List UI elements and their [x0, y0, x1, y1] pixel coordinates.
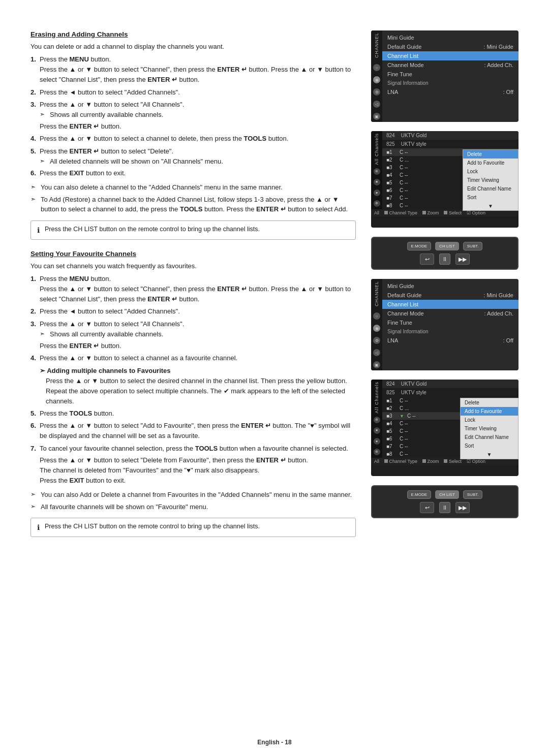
tv-channel-panel-1: Channel ○ ◉ ⚙ ◁ ▣ Mini Guide Default Gui… — [371, 30, 518, 122]
step-4: 4. Press the ▲ or ▼ button to select a c… — [30, 134, 356, 144]
ctx-delete: Delete — [463, 150, 518, 159]
s2-step-5-num: 5. — [30, 408, 36, 419]
ctx2-lock: Lock — [461, 416, 518, 424]
allch-icon2-2: ★ — [374, 427, 380, 434]
channel-label-1: Channel — [374, 33, 379, 58]
s2-step-4: 4. Press the ▲ or ▼ button to select a c… — [30, 353, 356, 406]
ctx-timerviewing: Timer Viewing — [463, 176, 518, 184]
remote-nav-row-1: ↩ II ▶▶ — [420, 254, 470, 265]
remote-subt-btn-1[interactable]: SUBT. — [463, 242, 483, 250]
tv-content-2: Mini Guide Default Guide : Mini Guide Ch… — [382, 279, 518, 370]
sidebar-icon2-2: ◉ — [373, 325, 380, 332]
remote-pause-btn-2[interactable]: II — [439, 502, 450, 513]
sidebar-icon-circle-3: ⚙ — [373, 88, 380, 96]
remote-subt-btn-2[interactable]: SUBT. — [463, 490, 483, 499]
allch-label-1: All Channels — [374, 133, 379, 165]
allch-icon-4: ⊕ — [374, 200, 380, 207]
section2: Setting Your Favourite Channels You can … — [30, 250, 356, 537]
ctx-editname: Edit Channel Name — [463, 184, 518, 193]
ctx2-more: ▼ — [461, 450, 518, 459]
s2-note-1: You can also Add or Delete a channel fro… — [30, 490, 356, 500]
s2-step-3-num: 3. — [30, 319, 36, 329]
fine-tune-row-1: Fine Tune — [382, 70, 518, 79]
remote-chlist-btn-1[interactable]: CH LIST — [435, 242, 459, 250]
ctx2-addtofav: Add to Favourite — [461, 407, 518, 416]
tv-allch-sidebar-1: All Channels ⊕ ★ ♥ ⊕ — [371, 131, 382, 209]
s2-step-7-sub1: Press the ▲ or ▼ button to select "Delet… — [40, 455, 356, 465]
signal-info-row-2: Signal Information — [382, 327, 518, 336]
default-guide-row-1: Default Guide : Mini Guide — [382, 42, 518, 51]
s2-step-2: 2. Press the ◄ button to select "Added C… — [30, 306, 356, 317]
section2-notebox-text: Press the CH LIST button on the remote c… — [45, 522, 260, 531]
section2-steps: 1. Press the MENU button. Press the ▲ or… — [30, 274, 356, 486]
right-column: Channel ○ ◉ ⚙ ◁ ▣ Mini Guide Default Gui… — [371, 30, 518, 726]
allch-label-2: All Channels — [374, 382, 379, 414]
lna-row-1: LNA : Off — [382, 87, 518, 97]
section2-notebox: ℹ Press the CH LIST button on the remote… — [30, 518, 356, 537]
section1-intro: You can delete or add a channel to displ… — [30, 42, 356, 52]
s2-step-1-num: 1. — [30, 274, 36, 284]
remote-emode-btn-2[interactable]: E.MODE — [407, 490, 432, 499]
channel-list-row-2: Channel List — [382, 300, 518, 309]
remote-chlist-btn-2[interactable]: CH LIST — [435, 490, 459, 499]
remote-pause-btn-1[interactable]: II — [439, 254, 450, 265]
tv-allch-inner-2: All Channels ⊕ ★ ♥ ⊕ 824 UKTV Gold 825 — [371, 380, 518, 458]
remote-back-btn-2[interactable]: ↩ — [420, 502, 434, 513]
channel-label-2: Channel — [374, 281, 379, 306]
sidebar-icon2-1: ○ — [373, 312, 380, 320]
allch-icon-1: ⊕ — [374, 168, 380, 175]
tv-channel-panel-2: Channel ○ ◉ ⚙ ◁ ▣ Mini Guide Default Gui… — [371, 279, 518, 370]
ctx2-sort: Sort — [461, 442, 518, 450]
step-3: 3. Press the ▲ or ▼ button to select "Al… — [30, 100, 356, 132]
step-6-num: 6. — [30, 168, 36, 178]
step-1-num: 1. — [30, 54, 36, 65]
step-2-num: 2. — [30, 87, 36, 98]
allch-header2-2: 825 UKTV style — [382, 388, 518, 397]
s2-step-3-arrow: Shows all currently available channels. — [40, 329, 356, 339]
channel-mode-row-2: Channel Mode : Added Ch. — [382, 309, 518, 318]
section1-notebox: ℹ Press the CH LIST button on the remote… — [30, 220, 356, 240]
s2-step-6: 6. Press the ▲ or ▼ button to select "Ad… — [30, 421, 356, 441]
mini-guide-row-1: Mini Guide — [382, 33, 518, 42]
step-5: 5. Press the ENTER ↵ button to select "D… — [30, 146, 356, 167]
sidebar-icon2-5: ▣ — [373, 361, 380, 368]
tv-sidebar-2: Channel ○ ◉ ⚙ ◁ ▣ — [371, 279, 382, 370]
ctx2-delete: Delete — [461, 398, 518, 407]
s2-step-2-num: 2. — [30, 306, 36, 317]
step-3-num: 3. — [30, 100, 36, 110]
remote-panel-2: E.MODE CH LIST SUBT. ↩ II ▶▶ — [371, 485, 518, 518]
lna-row-2: LNA : Off — [382, 336, 518, 345]
s2-step-6-num: 6. — [30, 421, 36, 431]
allch-icon2-1: ⊕ — [374, 417, 380, 423]
allch-icon2-4: ⊕ — [374, 449, 380, 455]
tv-allch-sidebar-2: All Channels ⊕ ★ ♥ ⊕ — [371, 380, 382, 458]
footer: English - 18 — [0, 739, 549, 746]
step-4-num: 4. — [30, 134, 36, 144]
remote-fwd-btn-1[interactable]: ▶▶ — [455, 254, 470, 265]
remote-fwd-btn-2[interactable]: ▶▶ — [455, 502, 470, 513]
tv-allch-inner-1: All Channels ⊕ ★ ♥ ⊕ 824 UKTV Gold 825 — [371, 131, 518, 209]
sidebar-icons-1: ○ ◉ ⚙ ◁ ▣ — [373, 64, 380, 120]
section2-intro: You can set channels you watch frequentl… — [30, 261, 356, 271]
allch-icon2-3: ♥ — [374, 438, 380, 445]
ctx2-timerviewing: Timer Viewing — [461, 424, 518, 433]
remote-emode-btn-1[interactable]: E.MODE — [407, 242, 432, 250]
allch-header2-1: 824 UKTV Gold — [382, 380, 518, 388]
note-icon-2: ℹ — [37, 522, 40, 533]
sidebar-icon-circle-4: ◁ — [373, 101, 380, 108]
allch-header-2: 825 UKTV style — [382, 140, 518, 148]
tv-content-1: Mini Guide Default Guide : Mini Guide Ch… — [382, 30, 518, 122]
sidebar-icons-2: ○ ◉ ⚙ ◁ ▣ — [373, 312, 380, 368]
tv-sidebar-1: Channel ○ ◉ ⚙ ◁ ▣ — [371, 30, 382, 122]
remote-back-btn-1[interactable]: ↩ — [420, 254, 434, 265]
section1-notebox-text: Press the CH LIST button on the remote c… — [45, 225, 260, 234]
context-menu-1: Delete Add to Favourite Lock Timer Viewi… — [463, 149, 518, 211]
note-2: To Add (Restore) a channel back to the A… — [30, 195, 356, 214]
allch-sidebar-icons-1: ⊕ ★ ♥ ⊕ — [374, 168, 380, 207]
step-1: 1. Press the MENU button. Press the ▲ or… — [30, 54, 356, 85]
sidebar-icon-circle-1: ○ — [373, 64, 380, 71]
s2-note-2: All favourite channels will be shown on … — [30, 502, 356, 512]
s2-step-7-sub3: Press the EXIT button to exit. — [40, 476, 356, 486]
channel-mode-row-1: Channel Mode : Added Ch. — [382, 60, 518, 70]
allch-sidebar-icons-2: ⊕ ★ ♥ ⊕ — [374, 417, 380, 455]
